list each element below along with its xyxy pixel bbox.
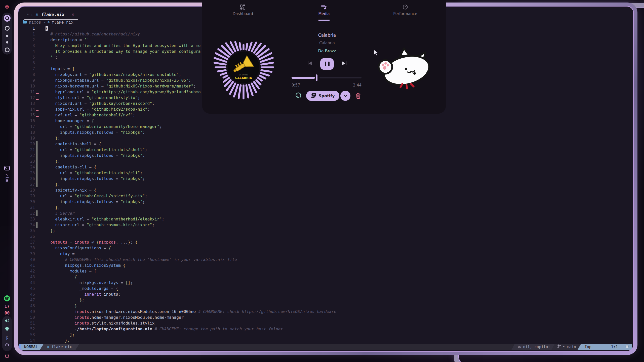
line-number: 1 xyxy=(22,25,35,31)
volume-icon[interactable] xyxy=(4,319,10,324)
code-line[interactable]: 28 spicetify-nix = { xyxy=(22,187,336,193)
code-line[interactable]: 24 caelestia-cli = { xyxy=(22,164,336,170)
code-text: url = "github:Gerg-L/spicetify-nix"; xyxy=(46,193,147,199)
code-text: nixpkgs.url = "github:nixos/nixpkgs/nixo… xyxy=(46,72,181,77)
line-number: 13 xyxy=(22,101,35,106)
nix-snowflake-icon: ❄ xyxy=(47,345,49,349)
queue-repeat-icon[interactable] xyxy=(295,92,302,100)
code-line[interactable]: 43 { xyxy=(22,274,336,280)
lsp-servers: nil, copilot xyxy=(523,345,550,349)
code-line[interactable]: 34 nixarr.url = "github:rasmus-kirk/nixa… xyxy=(22,222,336,228)
code-line[interactable]: 42 modules = [ xyxy=(22,268,336,274)
active-client[interactable]: vim xyxy=(0,166,14,182)
gutter-sign xyxy=(35,83,46,89)
nix-logo-icon[interactable]: ❄ xyxy=(0,4,14,11)
wifi-icon[interactable] xyxy=(4,327,10,332)
statusline-spacer xyxy=(79,344,511,350)
line-number: 54 xyxy=(22,338,35,343)
code-line[interactable]: 53 ]; xyxy=(22,332,336,338)
code-line[interactable]: 39 nixy = xyxy=(22,251,336,257)
workspace-dot[interactable] xyxy=(6,41,8,43)
code-line[interactable]: 19 }; xyxy=(22,135,336,141)
breadcrumb-root[interactable]: nixos xyxy=(29,20,41,25)
active-client-label: vim xyxy=(5,173,10,182)
code-line[interactable]: 48 } xyxy=(22,303,336,309)
trash-icon[interactable] xyxy=(355,93,361,99)
code-line[interactable]: 47 }; xyxy=(22,297,336,303)
code-line[interactable]: 45 _module.args = { xyxy=(22,286,336,291)
breadcrumb-file[interactable]: flake.nix xyxy=(52,20,73,25)
code-line[interactable]: 36 xyxy=(22,234,336,239)
code-text: inputs.home-manager.nixosModules.home-ma… xyxy=(46,314,184,320)
code-line[interactable]: 33 eleakxir.url = "github:anotherhadi/el… xyxy=(22,216,336,222)
code-line[interactable]: 54 }; xyxy=(22,338,336,343)
workspace-ring[interactable] xyxy=(5,48,10,52)
tab-flake-nix[interactable]: ⁶·₁ ❄ flake.nix ✕ xyxy=(24,12,78,20)
pause-button[interactable] xyxy=(320,58,334,70)
code-line[interactable]: 25 url = "github:caelestia-dots/cli"; xyxy=(22,170,336,176)
gear-icon: ⚙⚙ xyxy=(518,345,521,349)
code-line[interactable]: 50 inputs.home-manager.nixosModules.home… xyxy=(22,314,336,320)
statusline-filename: flake.nix xyxy=(52,345,72,349)
code-line[interactable]: 18 inputs.nixpkgs.follows = "nixpkgs"; xyxy=(22,129,336,135)
seek-bar-handle[interactable] xyxy=(316,74,317,81)
code-line[interactable]: 16 home-manager = { xyxy=(22,118,336,124)
code-line[interactable]: 44 nixpkgs.overlays = []; xyxy=(22,280,336,286)
line-number: 2 xyxy=(22,37,35,43)
statusline: NORMAL ❄ flake.nix ⚙⚙ nil, copilot • mai… xyxy=(19,344,632,350)
line-number: 38 xyxy=(22,245,35,251)
source-dropdown-button[interactable] xyxy=(340,91,350,101)
code-text: caelestia-cli = { xyxy=(46,164,96,170)
code-line[interactable]: 41 nixpkgs.lib.nixosSystem { xyxy=(22,262,336,268)
bluetooth-icon[interactable]: ᛒ xyxy=(6,335,8,340)
code-text: # Server xyxy=(46,210,75,216)
code-text: url = "github:caelestia-dots/cli"; xyxy=(46,170,142,176)
git-branch-icon xyxy=(557,344,561,349)
code-line[interactable]: 32 # Server xyxy=(22,210,336,216)
code-line[interactable]: 27 }; xyxy=(22,182,336,187)
code-text: }; xyxy=(46,205,60,210)
code-line[interactable]: 37 outputs = inputs @ {nixpkgs, ...}: { xyxy=(22,239,336,245)
power-plug-icon[interactable] xyxy=(5,343,10,349)
close-icon[interactable]: ✕ xyxy=(71,13,74,17)
workspace-active[interactable] xyxy=(4,15,11,22)
code-line[interactable]: 30 inputs.nixpkgs.follows = "nixpkgs"; xyxy=(22,199,336,205)
code-line[interactable]: 40 # CHANGEME: This should match the 'ho… xyxy=(22,257,336,262)
tab-performance[interactable]: Performance xyxy=(365,0,446,20)
code-text: caelestia-shell = { xyxy=(46,141,101,147)
code-line[interactable]: 49 inputs.nixos-hardware.nixosModules.om… xyxy=(22,309,336,314)
code-text: # https://github.com/anotherhadi/nixy xyxy=(46,31,140,37)
seek-bar[interactable] xyxy=(292,74,361,81)
open-in-spotify-button[interactable]: Spotify xyxy=(306,91,339,101)
code-line[interactable]: 20 caelestia-shell = { xyxy=(22,141,336,147)
code-line[interactable]: 52 ./hosts/laptop/configuration.nix # CH… xyxy=(22,326,336,332)
code-line[interactable]: 22 inputs.nixpkgs.follows = "nixpkgs"; xyxy=(22,153,336,158)
previous-track-button[interactable] xyxy=(307,61,313,67)
gutter-sign xyxy=(35,210,46,216)
code-line[interactable]: 17 url = "github:nix-community/home-mana… xyxy=(22,124,336,129)
code-line[interactable]: 29 url = "github:Gerg-L/spicetify-nix"; xyxy=(22,193,336,199)
line-number: 8 xyxy=(22,72,35,77)
code-line[interactable]: 35 }; xyxy=(22,228,336,234)
workspace-ring[interactable] xyxy=(5,26,10,31)
code-line[interactable]: 21 url = "github:caelestia-dots/shell"; xyxy=(22,147,336,153)
code-line[interactable]: 23 }; xyxy=(22,158,336,164)
power-button[interactable] xyxy=(0,353,14,359)
code-text: home-manager = { xyxy=(46,118,94,124)
tab-dashboard[interactable]: Dashboard xyxy=(202,0,284,20)
code-line[interactable]: 38 nixosConfigurations = { xyxy=(22,245,336,251)
tab-label: Media xyxy=(318,12,330,16)
line-number: 11 xyxy=(22,89,35,95)
code-line[interactable]: 51 inputs.stylix.nixosModules.stylix xyxy=(22,320,336,326)
line-number: 36 xyxy=(22,234,35,239)
code-line[interactable]: 46 inherit inputs; xyxy=(22,291,336,297)
line-number: 12 xyxy=(22,95,35,101)
next-track-button[interactable] xyxy=(341,61,347,67)
gutter-sign xyxy=(35,158,46,164)
code-line[interactable]: 31 }; xyxy=(22,205,336,210)
code-line[interactable]: 26 inputs.nixpkgs.follows = "nixpkgs"; xyxy=(22,176,336,182)
workspace-dot[interactable] xyxy=(6,35,8,37)
workspace-indicator[interactable] xyxy=(2,13,12,55)
spotify-tray-icon[interactable] xyxy=(0,295,14,302)
tab-media[interactable]: Media xyxy=(284,0,365,20)
